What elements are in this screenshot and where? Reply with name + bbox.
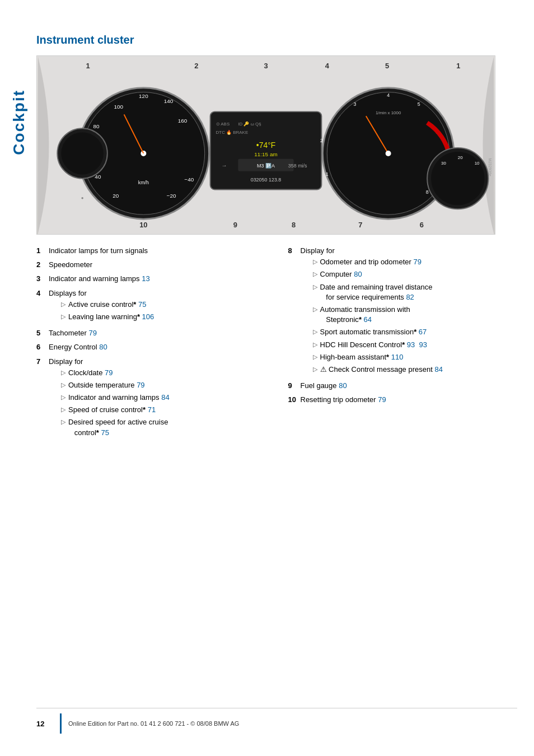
legend-subitem-8-7: ▷ High-beam assistant* 110 xyxy=(313,352,518,362)
svg-text:DTC 🔥 BRAKE: DTC 🔥 BRAKE xyxy=(216,129,249,135)
svg-text:6: 6 xyxy=(420,221,424,229)
svg-text:3: 3 xyxy=(264,62,268,70)
svg-text:5: 5 xyxy=(385,62,389,70)
legend-link-8-6b[interactable]: 93 xyxy=(419,340,427,349)
legend-text-7: Display for ▷ Clock/date 79 ▷ Outside te… xyxy=(49,357,266,440)
svg-text:9: 9 xyxy=(233,221,237,229)
svg-text:2: 2 xyxy=(194,62,198,70)
svg-text:⊙ ABS: ⊙ ABS xyxy=(216,122,230,127)
legend-link-7-1[interactable]: 79 xyxy=(105,368,113,377)
legend-num-4: 4 xyxy=(36,288,49,298)
legend-subitem-8-2: ▷ Computer 80 xyxy=(313,269,518,279)
legend-item-6: 6 Energy Control 80 xyxy=(36,342,266,352)
arrow-icon-7-5: ▷ xyxy=(61,418,65,426)
footer-divider xyxy=(36,708,517,708)
svg-text:160: 160 xyxy=(178,118,188,124)
footer-accent-line xyxy=(60,713,62,734)
page-container: Cockpit Instrument cluster xyxy=(0,0,534,756)
svg-text:4: 4 xyxy=(325,62,330,70)
legend-link-8-2[interactable]: 80 xyxy=(354,270,362,278)
svg-text:•74°F: •74°F xyxy=(256,141,275,150)
legend-link-4-2[interactable]: 106 xyxy=(142,312,154,321)
legend-num-2: 2 xyxy=(36,260,49,270)
legend-link-7-4[interactable]: 71 xyxy=(148,405,156,414)
arrow-icon-7-4: ▷ xyxy=(61,405,65,414)
legend-col-right: 8 Display for ▷ Odometer and trip odomet… xyxy=(288,246,518,444)
legend-link-8-3[interactable]: 82 xyxy=(406,293,414,301)
legend-num-10: 10 xyxy=(288,395,301,405)
legend-subitems-8: ▷ Odometer and trip odometer 79 ▷ Comput… xyxy=(313,257,518,375)
instrument-cluster-image: 100 120 140 160 80 60 40 20 −20 −40 km/h xyxy=(36,55,495,235)
svg-text:−20: −20 xyxy=(167,193,176,199)
legend-item-2: 2 Speedometer xyxy=(36,260,266,270)
arrow-icon-7-1: ▷ xyxy=(61,368,65,377)
legend-link-10[interactable]: 79 xyxy=(378,395,386,404)
subitem-text-8-2: Computer 80 xyxy=(320,269,362,279)
legend-subitem-8-1: ▷ Odometer and trip odometer 79 xyxy=(313,257,518,267)
subitem-text-8-8: ⚠ Check Control message present 84 xyxy=(320,365,443,375)
svg-text:30: 30 xyxy=(441,161,446,166)
svg-text:1/min x 1000: 1/min x 1000 xyxy=(376,110,401,115)
legend-item-8: 8 Display for ▷ Odometer and trip odomet… xyxy=(288,246,518,377)
legend-text-5: Tachometer 79 xyxy=(49,328,266,338)
legend-link-8-4[interactable]: 64 xyxy=(364,315,372,324)
legend-link-7-5[interactable]: 75 xyxy=(101,428,109,437)
legend-text-1: Indicator lamps for turn signals xyxy=(49,246,266,256)
svg-text:8: 8 xyxy=(292,221,296,229)
subitem-text-7-3: Indicator and warning lamps 84 xyxy=(68,393,170,403)
legend-text-9: Fuel gauge 80 xyxy=(301,381,518,391)
legend-link-8-5[interactable]: 67 xyxy=(419,328,427,336)
legend-subitems-7: ▷ Clock/date 79 ▷ Outside temperature 79… xyxy=(61,368,266,438)
svg-text:2: 2 xyxy=(320,138,323,143)
footer-text: Online Edition for Part no. 01 41 2 600 … xyxy=(68,720,239,727)
legend-item-3: 3 Indicator and warning lamps 13 xyxy=(36,274,266,284)
svg-text:100: 100 xyxy=(114,104,123,110)
legend-link-6[interactable]: 80 xyxy=(99,343,107,351)
legend-subitem-7-2: ▷ Outside temperature 79 xyxy=(61,380,266,390)
svg-text:●: ● xyxy=(81,195,84,200)
legend-link-7-2[interactable]: 79 xyxy=(137,381,144,389)
svg-text:80: 80 xyxy=(93,123,100,129)
legend-link-4-1[interactable]: 75 xyxy=(138,300,146,309)
svg-text:1: 1 xyxy=(86,62,90,70)
legend-subitem-7-4: ▷ Speed of cruise control* 71 xyxy=(61,405,266,415)
subitem-text-7-5: Desired speed for active cruise control*… xyxy=(68,417,168,437)
svg-text:−40: −40 xyxy=(184,176,194,183)
legend-text-8: Display for ▷ Odometer and trip odometer… xyxy=(301,246,518,377)
legend-link-8-7[interactable]: 110 xyxy=(391,353,404,361)
svg-text:140: 140 xyxy=(164,98,174,104)
legend-subitem-7-1: ▷ Clock/date 79 xyxy=(61,368,266,378)
legend-item-4: 4 Displays for ▷ Active cruise control* … xyxy=(36,288,266,325)
legend-num-9: 9 xyxy=(288,381,301,391)
svg-text:10: 10 xyxy=(139,221,147,229)
subitem-text-8-4: Automatic transmission with Steptronic* … xyxy=(320,305,410,325)
subitem-text-7-2: Outside temperature 79 xyxy=(68,380,145,390)
subitem-text-8-5: Sport automatic transmission* 67 xyxy=(320,327,427,337)
legend-link-8-1[interactable]: 79 xyxy=(413,258,421,266)
legend-col-left: 1 Indicator lamps for turn signals 2 Spe… xyxy=(36,246,266,444)
svg-text:3: 3 xyxy=(354,101,357,107)
legend-num-5: 5 xyxy=(36,328,49,338)
legend-link-8-6a[interactable]: 93 xyxy=(407,340,415,349)
subitem-text-8-3: Date and remaining travel distance for s… xyxy=(320,282,433,302)
legend-link-7-3[interactable]: 84 xyxy=(161,393,169,402)
svg-text:11:15 am: 11:15 am xyxy=(254,151,277,157)
legend-link-3[interactable]: 13 xyxy=(142,274,149,283)
svg-text:7: 7 xyxy=(358,221,362,229)
legend-link-9[interactable]: 80 xyxy=(339,381,346,390)
arrow-icon-8-8: ▷ xyxy=(313,365,317,374)
legend-text-3: Indicator and warning lamps 13 xyxy=(49,274,266,284)
subitem-text-8-1: Odometer and trip odometer 79 xyxy=(320,257,421,267)
legend-link-5[interactable]: 79 xyxy=(89,329,97,337)
legend-num-1: 1 xyxy=(36,246,49,256)
legend-link-8-8[interactable]: 84 xyxy=(434,365,442,374)
sidebar-label: Cockpit xyxy=(10,90,28,155)
legend-subitem-8-5: ▷ Sport automatic transmission* 67 xyxy=(313,327,518,337)
footer: 12 Online Edition for Part no. 01 41 2 6… xyxy=(36,713,517,734)
svg-text:ID 🔑 ω Q§: ID 🔑 ω Q§ xyxy=(238,121,261,127)
svg-text:km/h: km/h xyxy=(138,180,149,185)
legend-item-1: 1 Indicator lamps for turn signals xyxy=(36,246,266,256)
legend-text-10: Resetting trip odometer 79 xyxy=(301,395,518,405)
subitem-text-4-1: Active cruise control* 75 xyxy=(68,300,146,310)
legend-subitem-8-4: ▷ Automatic transmission with Steptronic… xyxy=(313,305,518,325)
